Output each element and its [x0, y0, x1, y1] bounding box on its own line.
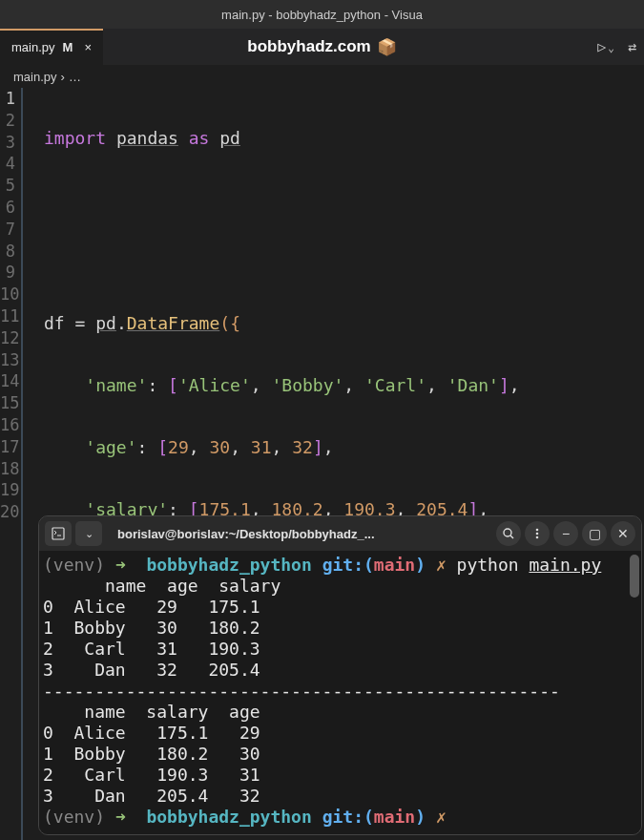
- menu-icon: [530, 527, 544, 540]
- line-number: 4: [0, 153, 15, 175]
- svg-point-2: [504, 529, 511, 536]
- terminal-line: 3 Dan 205.4 32: [43, 786, 637, 807]
- terminal-line: name salary age: [43, 702, 637, 723]
- terminal-line: name age salary: [43, 576, 637, 597]
- line-number: 3: [0, 132, 15, 154]
- line-number: 6: [0, 197, 15, 219]
- terminal-line: 2 Carl 31 190.3: [43, 639, 637, 660]
- line-number: 7: [0, 219, 15, 241]
- cube-icon: 📦: [377, 37, 397, 57]
- tab-label: main.py: [11, 40, 55, 54]
- line-number: 8: [0, 241, 15, 262]
- close-icon[interactable]: ×: [84, 40, 92, 54]
- breadcrumb-more: …: [69, 70, 81, 84]
- breadcrumb[interactable]: main.py › …: [0, 65, 644, 88]
- page-header-text: bobbyhadz.com: [247, 37, 370, 56]
- svg-point-6: [536, 536, 539, 539]
- modified-indicator: M: [63, 40, 73, 54]
- line-number: 18: [0, 458, 15, 480]
- tab-main-py[interactable]: main.py M ×: [0, 29, 103, 65]
- terminal-icon: [52, 527, 65, 540]
- minimize-button[interactable]: −: [553, 521, 578, 546]
- search-icon: [502, 527, 515, 540]
- svg-line-3: [510, 536, 513, 538]
- close-button[interactable]: ✕: [611, 521, 635, 546]
- line-number: 5: [0, 175, 15, 197]
- terminal-window: ⌄ borislav@borislav:~/Desktop/bobbyhadz_…: [38, 515, 642, 835]
- line-gutter: 1 2 3 4 5 6 7 8 9 10 11 12 13 14 15 16 1…: [0, 88, 23, 840]
- line-number: 19: [0, 479, 15, 501]
- terminal-line: 0 Alice 29 175.1: [43, 597, 637, 618]
- terminal-line: (venv) ➜ bobbyhadz_python git:(main) ✗ p…: [43, 555, 637, 576]
- terminal-title: borislav@borislav:~/Desktop/bobbyhadz_..…: [106, 527, 492, 541]
- terminal-titlebar: ⌄ borislav@borislav:~/Desktop/bobbyhadz_…: [39, 516, 641, 551]
- line-number: 14: [0, 370, 15, 392]
- line-number: 1: [0, 88, 15, 110]
- breadcrumb-file: main.py: [13, 70, 57, 84]
- line-number: 17: [0, 436, 15, 458]
- line-number: 16: [0, 414, 15, 436]
- terminal-line: 3 Dan 32 205.4: [43, 660, 637, 681]
- branch-icon[interactable]: ⇄: [628, 38, 636, 55]
- terminal-line: ----------------------------------------…: [43, 681, 637, 702]
- line-number: 15: [0, 392, 15, 414]
- terminal-line: 1 Bobby 180.2 30: [43, 744, 637, 765]
- line-number: 11: [0, 305, 15, 327]
- terminal-line: (venv) ➜ bobbyhadz_python git:(main) ✗: [43, 807, 637, 828]
- line-number: 20: [0, 501, 15, 523]
- svg-rect-0: [52, 528, 64, 539]
- window-title: main.py - bobbyhadz_python - Visua: [221, 8, 423, 22]
- run-button[interactable]: ▷⌄: [597, 38, 614, 55]
- svg-point-5: [536, 533, 539, 536]
- search-button[interactable]: [496, 521, 521, 546]
- terminal-body[interactable]: (venv) ➜ bobbyhadz_python git:(main) ✗ p…: [39, 551, 641, 834]
- terminal-line: 0 Alice 175.1 29: [43, 723, 637, 744]
- line-number: 2: [0, 110, 15, 132]
- maximize-button[interactable]: ▢: [582, 521, 607, 546]
- line-number: 13: [0, 349, 15, 371]
- scrollbar-thumb[interactable]: [630, 555, 639, 598]
- svg-point-4: [536, 529, 539, 532]
- tab-dropdown-button[interactable]: ⌄: [75, 521, 102, 546]
- menu-button[interactable]: [525, 521, 550, 546]
- terminal-line: 2 Carl 190.3 31: [43, 765, 637, 786]
- line-number: 12: [0, 327, 15, 349]
- terminal-line: 1 Bobby 30 180.2: [43, 618, 637, 639]
- window-titlebar: main.py - bobbyhadz_python - Visua: [0, 0, 644, 29]
- editor-actions: ▷⌄ ⇄: [597, 38, 636, 55]
- breadcrumb-sep: ›: [61, 70, 65, 84]
- line-number: 10: [0, 284, 15, 305]
- line-number: 9: [0, 262, 15, 284]
- new-tab-button[interactable]: [45, 521, 72, 546]
- tab-bar: main.py M × bobbyhadz.com 📦 ▷⌄ ⇄: [0, 29, 644, 65]
- page-header: bobbyhadz.com 📦: [247, 37, 396, 57]
- terminal-scrollbar[interactable]: [630, 555, 639, 830]
